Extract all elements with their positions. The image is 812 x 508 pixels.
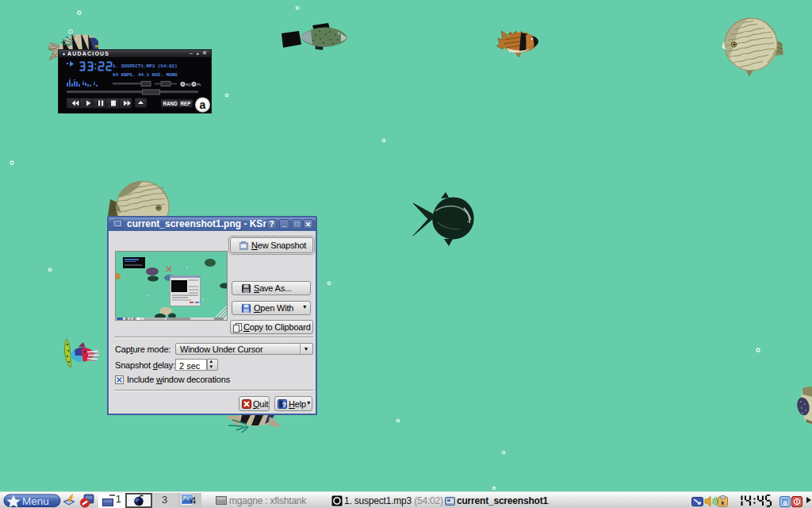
svg-text:k: k	[721, 499, 725, 506]
svg-text:EQ: EQ	[186, 83, 191, 87]
svg-text:RAND: RAND	[163, 101, 178, 106]
svg-text:1. SUSPECT1.MP3 (54:02): 1. SUSPECT1.MP3 (54:02)	[113, 64, 178, 69]
svg-text:?: ?	[282, 401, 286, 409]
svg-text:REP: REP	[181, 101, 191, 106]
svg-text:Menu: Menu	[22, 495, 49, 507]
svg-text:a: a	[200, 98, 206, 111]
svg-text:64 KBPS. 44.1 KHZ. MONO: 64 KBPS. 44.1 KHZ. MONO	[113, 72, 178, 78]
svg-text:PL: PL	[197, 83, 202, 87]
